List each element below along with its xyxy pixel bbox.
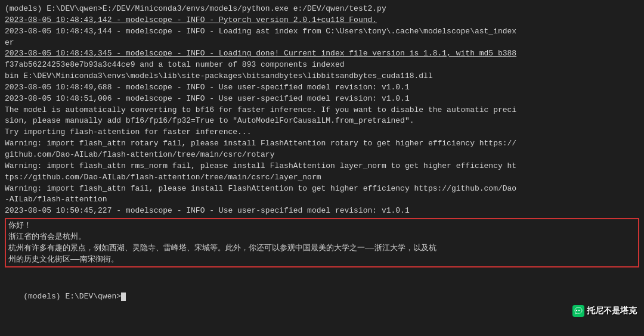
terminal-line: -AILab/flash-attention [5, 194, 639, 206]
terminal-line: 2023-08-05 10:48:43,345 - modelscope - I… [5, 48, 639, 60]
terminal-line: Try importing flash-attention for faster… [5, 127, 639, 138]
response-line: 州的历史文化街区——南宋御街。 [8, 254, 636, 266]
cursor [121, 293, 126, 301]
terminal-line: 2023-08-05 10:50:45,227 - modelscope - I… [5, 206, 639, 217]
terminal-line: github.com/Dao-AILab/flash-attention/tre… [5, 150, 639, 161]
terminal-line: sion, please manually add bf16/fp16/fp32… [5, 116, 639, 127]
terminal-window: (models) E:\DEV\qwen>E:/DEV/Miniconda3/e… [0, 0, 644, 336]
terminal-line: (models) E:\DEV\qwen>E:/DEV/Miniconda3/e… [5, 4, 639, 15]
terminal-line: 2023-08-05 10:48:49,688 - modelscope - I… [5, 82, 639, 94]
response-line: 杭州有许多有趣的景点，例如西湖、灵隐寺、雷峰塔、宋城等。此外，你还可以参观中国最… [8, 243, 636, 254]
terminal-line: f37ab56224253e8e7b93a3c44ce9 and a total… [5, 60, 639, 71]
watermark-text: 托尼不是塔克 [587, 306, 637, 316]
response-line: 你好！ [8, 220, 636, 232]
terminal-prompt: (models) E:\DEV\qwen> [5, 280, 639, 314]
terminal-line: 2023-08-05 10:48:43,142 - modelscope - I… [5, 15, 639, 26]
terminal-line [5, 269, 639, 280]
svg-point-1 [578, 310, 580, 311]
terminal-line: tps://github.com/Dao-AILab/flash-attenti… [5, 172, 639, 183]
terminal-line: er [5, 38, 639, 49]
terminal-line: 2023-08-05 10:48:43,144 - modelscope - I… [5, 26, 639, 38]
watermark: 托尼不是塔克 [572, 305, 637, 317]
wechat-icon [572, 305, 584, 317]
terminal-line: Warning: import flash_attn rms_norm fail… [5, 161, 639, 172]
response-line: 浙江省的省会是杭州。 [8, 232, 636, 243]
terminal-line: 2023-08-05 10:48:51,006 - modelscope - I… [5, 94, 639, 105]
terminal-line: Warning: import flash_attn fail, please … [5, 183, 639, 195]
prompt-text: (models) E:\DEV\qwen> [23, 292, 121, 301]
svg-point-0 [576, 310, 577, 311]
terminal-line: Warning: import flash_attn rotary fail, … [5, 138, 639, 150]
terminal-line: bin E:\DEV\Miniconda3\envs\models\lib\si… [5, 71, 639, 82]
terminal-line: The model is automatically converting to… [5, 105, 639, 116]
